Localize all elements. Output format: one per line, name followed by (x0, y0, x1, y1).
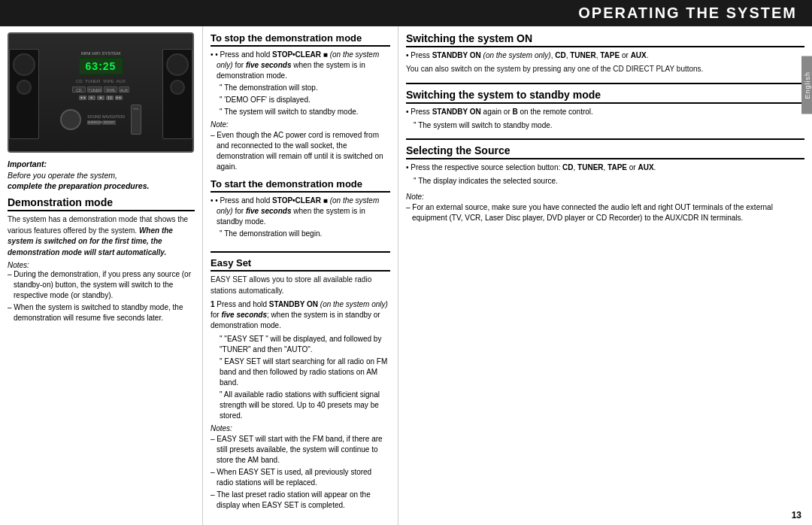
start-demo-title: To start the demonstration mode (211, 178, 390, 193)
stereo-display: 63:25 (79, 58, 123, 74)
easy-set-quote1: "EASY SET " will be displayed, and follo… (211, 334, 390, 355)
easy-set-step1: 1 Press and hold STANDBY ON (on the syst… (211, 299, 390, 331)
start-bullet-1: • Press and hold STOP•CLEAR ■ (on the sy… (211, 196, 390, 227)
speaker-left (9, 49, 39, 139)
easy-set-quote2: EASY SET will start searching for all ra… (211, 357, 390, 388)
start-quote-1: The demonstration will begin. (211, 229, 390, 239)
source-bullet: • Press the respective source selection … (406, 162, 804, 173)
right-note-label: Note: (406, 193, 804, 201)
stop-bullet-1: • Press and hold STOP•CLEAR ■ (on the sy… (211, 50, 390, 81)
standby-quote: " The system will switch to standby mode… (406, 120, 804, 131)
important-label: Important: Before you operate the system… (8, 159, 195, 192)
demo-title: Demonstration mode (8, 196, 195, 211)
easy-set-quote3: All available radio stations with suffic… (211, 390, 390, 421)
switch-on-body: You can also switch on the system by pre… (406, 64, 804, 75)
right-note-dash: – For an external source, make sure you … (406, 202, 804, 223)
stop-demo-title: To stop the demonstration mode (211, 32, 390, 47)
source-title: Selecting the Source (406, 144, 804, 159)
stop-quote-3: The system will switch to standby mode. (211, 107, 390, 117)
main-content: MINI HIFI SYSTEM 63:25 CD TUNER TAPE AUX… (0, 26, 812, 525)
middle-column: To stop the demonstration mode • Press a… (203, 26, 398, 525)
easy-set-note3: – The last preset radio station will app… (211, 490, 390, 511)
switch-on-title: Switching the system ON (406, 32, 804, 47)
standby-bullet: • Press STANDBY ON again or B on the rem… (406, 107, 804, 117)
important-line2: complete the preparation procedures. (8, 181, 149, 190)
easy-set-note1: – EASY SET will start with the FM band, … (211, 434, 390, 466)
easy-set-intro: EASY SET allows you to store all availab… (211, 275, 390, 296)
note-dash-1: – Even though the AC power cord is remov… (211, 130, 390, 172)
easy-set-title: Easy Set (211, 257, 390, 272)
right-column: English Switching the system ON • Press … (398, 26, 812, 525)
notes-label: Notes: (8, 261, 195, 269)
page-number: 13 (792, 510, 801, 520)
switch-on-bullet: • Press STANDBY ON (on the system only),… (406, 50, 804, 61)
easy-set-note2: – When EASY SET is used, all previously … (211, 467, 390, 488)
note-item-1: – During the demonstration, if you press… (8, 269, 195, 301)
source-quote: " The display indicates the selected sou… (406, 176, 804, 187)
important-box: Important: Before you operate the system… (8, 159, 195, 192)
easy-set-notes-label: Notes: (211, 424, 390, 432)
speaker-right (162, 49, 192, 139)
demo-body: The system has a demonstration mode that… (8, 214, 195, 258)
note-label: Note: (211, 120, 390, 129)
left-column: MINI HIFI SYSTEM 63:25 CD TUNER TAPE AUX… (0, 26, 203, 525)
note-item-2: – When the system is switched to standby… (8, 302, 195, 323)
standby-title: Switching the system to standby mode (406, 89, 804, 104)
english-tab: English (801, 56, 812, 114)
stereo-image: MINI HIFI SYSTEM 63:25 CD TUNER TAPE AUX… (8, 32, 194, 153)
page-header: OPERATING THE SYSTEM (0, 0, 812, 26)
page-title: OPERATING THE SYSTEM (578, 5, 797, 21)
stop-quote-2: 'DEMO OFF' is displayed. (211, 95, 390, 105)
important-line1: Before you operate the system, (8, 171, 117, 180)
stop-quote-1: The demonstration will stop. (211, 83, 390, 93)
